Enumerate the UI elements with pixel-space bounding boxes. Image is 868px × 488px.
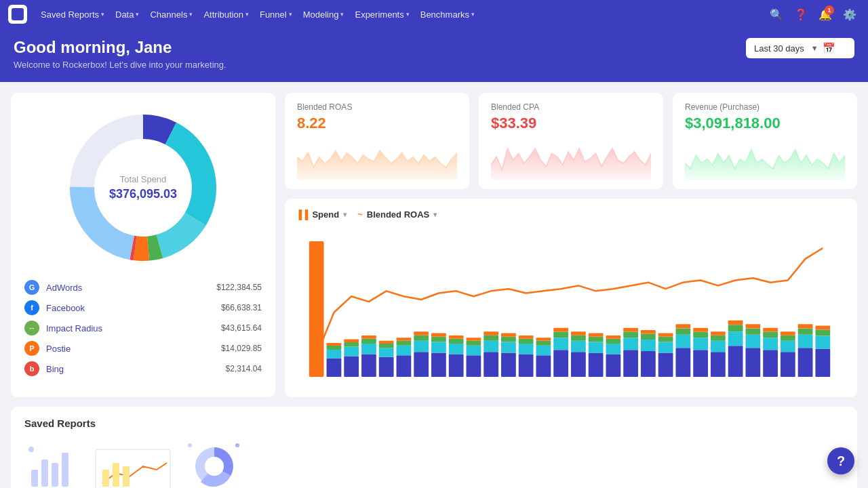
header-subtitle: Welcome to Rockerbox! Let's dive into yo… (14, 60, 226, 70)
nav-label-attribution: Attribution (203, 9, 243, 20)
channel-name-impact-radius[interactable]: Impact Radius (46, 323, 214, 333)
svg-rect-46 (484, 341, 498, 352)
notifications-button[interactable]: 🔔 1 (815, 4, 835, 24)
metric-label: Blended ROAS (297, 102, 457, 112)
metric-value: $33.39 (491, 115, 651, 132)
svg-rect-28 (397, 338, 412, 341)
chevron-down-icon: ▾ (471, 11, 475, 18)
metric-chart-svg (491, 139, 651, 180)
svg-rect-122 (815, 336, 830, 349)
svg-rect-108 (745, 324, 760, 328)
svg-rect-67 (571, 336, 586, 341)
svg-rect-81 (641, 351, 656, 377)
svg-rect-61 (553, 350, 568, 377)
svg-rect-24 (379, 341, 394, 344)
nav-item-saved-reports[interactable]: Saved Reports▾ (35, 0, 110, 28)
svg-rect-75 (606, 339, 620, 344)
nav-item-modeling[interactable]: Modeling▾ (298, 0, 350, 28)
svg-rect-88 (658, 333, 673, 337)
svg-rect-127 (52, 463, 58, 487)
channel-value-postie: $14,029.85 (221, 344, 262, 353)
svg-rect-78 (623, 338, 638, 350)
channel-name-postie[interactable]: Postie (46, 344, 214, 354)
svg-rect-32 (414, 331, 429, 335)
chevron-down-icon: ▾ (406, 11, 410, 18)
svg-rect-15 (344, 342, 359, 347)
svg-rect-26 (397, 346, 412, 355)
metric-value: $3,091,818.00 (685, 115, 845, 132)
channel-name-adwords[interactable]: AdWords (46, 283, 210, 293)
svg-rect-77 (623, 350, 638, 377)
svg-rect-29 (414, 352, 429, 377)
svg-rect-48 (484, 331, 498, 335)
search-button[interactable]: 🔍 (766, 4, 787, 24)
svg-rect-36 (431, 333, 446, 337)
svg-rect-9 (327, 359, 342, 378)
spend-chart-card: ▐▐ Spend ▾ ~ Blended ROAS ▾ (285, 199, 857, 397)
svg-rect-39 (449, 339, 464, 344)
svg-rect-33 (431, 353, 446, 377)
nav-label-saved-reports: Saved Reports (41, 9, 99, 20)
help-nav-button[interactable]: ❓ (791, 4, 811, 24)
svg-rect-69 (589, 353, 604, 377)
nav-label-channels: Channels (150, 9, 187, 20)
channel-name-facebook[interactable]: Facebook (46, 303, 214, 313)
settings-button[interactable]: ⚙️ (840, 4, 860, 24)
channel-icon-impact-radius: ↔ (24, 321, 39, 336)
svg-rect-132 (113, 463, 119, 487)
svg-rect-54 (519, 344, 534, 354)
svg-rect-111 (763, 332, 778, 338)
svg-rect-64 (553, 328, 568, 332)
svg-rect-58 (536, 346, 551, 355)
svg-rect-50 (501, 342, 516, 352)
svg-rect-83 (641, 334, 656, 340)
svg-rect-31 (414, 336, 429, 341)
svg-rect-30 (414, 341, 429, 352)
svg-rect-109 (763, 350, 778, 377)
svg-rect-126 (41, 460, 48, 487)
nav-item-funnel[interactable]: Funnel▾ (254, 0, 298, 28)
nav-item-experiments[interactable]: Experiments▾ (349, 0, 414, 28)
svg-point-136 (188, 443, 192, 447)
nav-label-benchmarks: Benchmarks (420, 9, 469, 20)
svg-rect-40 (449, 336, 464, 339)
spend-toggle[interactable]: ▐▐ Spend ▾ (296, 209, 347, 220)
channel-name-bing[interactable]: Bing (46, 364, 219, 374)
svg-rect-59 (536, 341, 551, 346)
date-range-picker[interactable]: Last 30 days ▼ 📅 (746, 38, 854, 58)
channel-icon-adwords: G (24, 280, 39, 295)
nav-item-benchmarks[interactable]: Benchmarks▾ (415, 0, 480, 28)
svg-rect-52 (501, 333, 516, 337)
saved-reports-previews (24, 437, 844, 488)
bar-chart-icon: ▐▐ (296, 209, 308, 220)
nav-item-data[interactable]: Data▾ (110, 0, 144, 28)
svg-rect-66 (571, 341, 586, 352)
line-chart-icon: ~ (357, 209, 363, 220)
nav-label-modeling: Modeling (303, 9, 339, 20)
list-item: f Facebook $66,638.31 (24, 300, 262, 315)
svg-rect-45 (484, 352, 498, 377)
svg-rect-20 (361, 336, 376, 339)
main-content: Total Spend $376,095.03 G AdWords $122,3… (0, 82, 868, 488)
svg-rect-38 (449, 344, 464, 354)
help-button[interactable]: ? (827, 447, 854, 474)
svg-rect-21 (379, 357, 394, 377)
svg-rect-103 (728, 325, 743, 331)
channel-value-bing: $2,314.04 (226, 364, 262, 373)
roas-toggle[interactable]: ~ Blended ROAS ▾ (357, 209, 437, 220)
svg-rect-87 (658, 337, 673, 342)
svg-rect-95 (693, 332, 708, 338)
nav-item-channels[interactable]: Channels▾ (144, 0, 198, 28)
svg-rect-97 (711, 352, 726, 377)
list-item: P Postie $14,029.85 (24, 341, 262, 356)
svg-rect-125 (31, 470, 38, 487)
spend-chart-header: ▐▐ Spend ▾ ~ Blended ROAS ▾ (296, 209, 846, 220)
svg-rect-41 (467, 355, 481, 377)
spend-label: Spend (312, 209, 339, 220)
chevron-down-icon: ▾ (343, 211, 347, 218)
svg-rect-22 (379, 348, 394, 357)
svg-rect-131 (102, 470, 109, 487)
svg-rect-19 (361, 339, 376, 344)
svg-rect-57 (536, 355, 551, 377)
nav-item-attribution[interactable]: Attribution▾ (198, 0, 254, 28)
